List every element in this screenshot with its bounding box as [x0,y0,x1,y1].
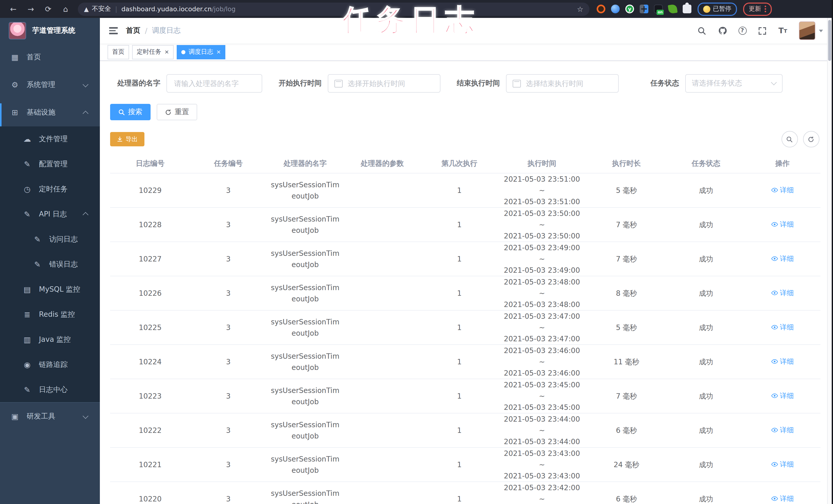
browser-menu-icon[interactable] [765,6,766,12]
toggle-search-button[interactable] [781,131,798,147]
close-icon[interactable]: × [164,49,169,55]
sidebar-item-trace[interactable]: ◉链路追踪 [0,352,100,377]
font-size-icon[interactable]: TT [778,26,787,35]
detail-link[interactable]: 详细 [771,184,794,196]
extension-icon-green-y[interactable]: y [625,5,634,13]
extension-icon-grid[interactable] [640,5,648,13]
cell-log-id: 10220 [110,482,190,504]
sidebar-item-config[interactable]: ✎配置管理 [0,151,100,177]
detail-link[interactable]: 详细 [771,287,794,299]
sidebar-item-access-log[interactable]: ✎访问日志 [0,227,100,252]
paused-badge[interactable]: 已暂停 [697,2,737,16]
end-time-input-field[interactable] [525,79,612,88]
detail-link[interactable]: 详细 [771,253,794,264]
chevron-down-icon [771,80,777,85]
eye-icon [771,358,778,365]
sidebar-item-job[interactable]: ◷定时任务 [0,177,100,202]
cell-handler: sysUserSessionTimeoutJob [266,276,344,310]
tag-schedule-log[interactable]: 调度日志 × [177,45,225,59]
extension-icon-green-leaf[interactable] [668,4,677,14]
cell-action: 详细 [745,413,820,448]
page-scrollbar[interactable] [827,18,831,504]
begin-time-picker[interactable] [328,74,441,93]
emoji-face-icon [703,5,710,12]
cell-action: 详细 [745,448,820,482]
cell-handler: sysUserSessionTimeoutJob [266,207,344,242]
browser-home-icon[interactable]: ⌂ [61,4,71,14]
refresh-button[interactable] [803,131,819,147]
sidebar-item-log-center[interactable]: ✎日志中心 [0,377,100,402]
browser-update-badge[interactable]: 更新 [743,2,772,16]
header-search-icon[interactable] [697,26,707,35]
detail-link[interactable]: 详细 [771,219,794,230]
eye-icon [771,461,778,468]
breadcrumb-home[interactable]: 首页 [126,26,140,35]
cell-job-id: 3 [190,379,266,413]
export-button[interactable]: 导出 [110,132,144,146]
extension-icon-orange-ring[interactable] [597,5,605,13]
column-header: 处理器的名字 [266,154,344,173]
cell-times: 1 [421,173,498,207]
close-icon[interactable]: × [216,49,221,55]
infrastructure-icon: ⊞ [10,108,20,117]
sidebar-item-dev-tools[interactable]: ▣研发工具 [0,403,100,430]
app-title: 芋道管理系统 [32,26,75,35]
detail-link[interactable]: 详细 [771,424,794,436]
github-icon[interactable] [718,26,727,35]
cell-exec-time: 2021-05-03 23:49:00 ~2021-05-03 23:49:00 [498,242,586,276]
access-log-icon: ✎ [33,234,42,244]
sidebar-item-mysql[interactable]: ▤MySQL 监控 [0,277,100,302]
address-bar[interactable]: ▲ 不安全 | dashboard.yudao.iocoder.cn/job/l… [78,2,590,16]
cell-handler: sysUserSessionTimeoutJob [266,345,344,379]
app: ← → ⟳ ⌂ ▲ 不安全 | dashboard.yudao.iocoder.… [0,0,833,504]
sidebar-item-redis[interactable]: ≣Redis 监控 [0,302,100,327]
tag-home[interactable]: 首页 [108,45,129,59]
detail-link[interactable]: 详细 [771,322,794,333]
cell-job-id: 3 [190,448,266,482]
table-row: 102233sysUserSessionTimeoutJob12021-05-0… [110,379,820,413]
sidebar-item-infra[interactable]: ⊞基础设施 [0,99,100,126]
browser-back-icon[interactable]: ← [8,4,19,14]
detail-link[interactable]: 详细 [771,493,794,504]
reset-button[interactable]: 重置 [157,104,197,120]
sidebar-item-api-log[interactable]: ✎API 日志 [0,202,100,227]
user-avatar [799,22,815,40]
calendar-icon [334,80,342,87]
sidebar-item-java[interactable]: ▥Java 监控 [0,327,100,352]
bookmark-star-icon[interactable]: ☆ [577,5,583,13]
help-icon[interactable]: ? [738,27,746,35]
handler-name-input-field[interactable] [173,79,256,88]
column-header: 任务状态 [667,154,745,173]
sidebar-item-error-log[interactable]: ✎错误日志 [0,252,100,277]
cell-handler: sysUserSessionTimeoutJob [266,448,344,482]
sidebar-item-system[interactable]: ⚙系统管理 [0,71,100,99]
handler-name-input[interactable] [166,74,262,93]
job-status-select[interactable]: 请选择任务状态 [685,74,783,93]
extension-icon-blue-bulb[interactable] [611,5,620,13]
browser-reload-icon[interactable]: ⟳ [43,4,53,14]
fullscreen-icon[interactable] [758,26,767,35]
cell-log-id: 10226 [110,276,190,310]
sidebar-item-file[interactable]: ☁文件管理 [0,126,100,151]
sidebar-logo-row[interactable]: 芋道管理系统 [0,18,100,44]
tag-timed-task[interactable]: 定时任务 × [132,45,174,59]
detail-link[interactable]: 详细 [771,459,794,470]
end-time-picker[interactable] [506,74,619,93]
hamburger-icon[interactable] [109,27,118,34]
user-menu[interactable] [799,22,823,40]
detail-link[interactable]: 详细 [771,356,794,367]
detail-link[interactable]: 详细 [771,390,794,401]
browser-forward-icon[interactable]: → [26,4,36,14]
extensions-puzzle-icon[interactable] [683,5,691,13]
extension-icon-on-badge[interactable]: on [654,5,663,13]
sidebar-item-home[interactable]: ▦首页 [0,44,100,71]
eye-icon [771,393,778,399]
table-row: 102283sysUserSessionTimeoutJob12021-05-0… [110,207,820,242]
search-button[interactable]: 搜索 [110,104,150,120]
gear-icon: ⚙ [10,80,20,90]
scrollbar-thumb[interactable] [828,20,831,61]
begin-time-input-field[interactable] [347,79,434,88]
cell-handler: sysUserSessionTimeoutJob [266,482,344,504]
cell-action: 详细 [745,242,820,276]
cell-times: 1 [421,310,498,345]
